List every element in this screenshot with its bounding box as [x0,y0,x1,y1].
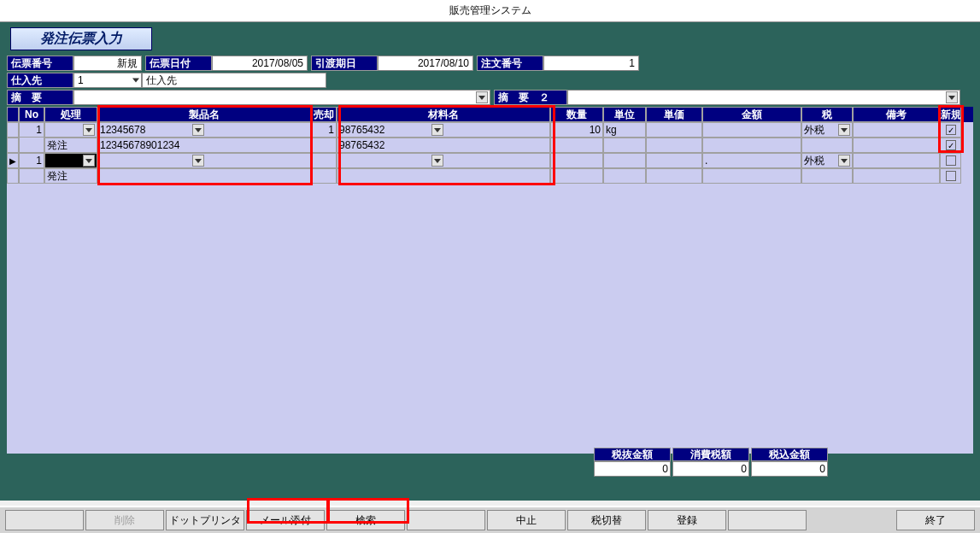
cell-no: 1 [19,122,44,138]
table-row[interactable]: 発注 12345678901234 98765432 [7,138,973,153]
table-row[interactable]: ▶ 1 0 . 外税 [7,153,973,168]
ex-tax-value: 0 [594,461,671,477]
exit-button[interactable]: 終了 [896,510,975,530]
cell-qty[interactable]: 10 [550,122,603,138]
inc-tax-value: 0 [751,461,828,477]
cell-new[interactable] [940,153,961,168]
memo2-label: 摘 要 ２ [494,90,567,105]
cell-product1[interactable]: 12345678 [97,122,311,138]
cell-tax[interactable]: 外税 [801,153,853,168]
cell-material2[interactable]: 98765432 [337,138,550,153]
supplier-name-field[interactable]: 仕入先 [142,73,326,88]
footer-btn-6[interactable] [407,510,485,530]
checkbox-icon[interactable] [946,155,956,166]
cell-proc-name: 発注 [44,168,97,184]
cell-proc-code[interactable]: 0 [44,122,97,138]
cell-price[interactable] [646,153,702,168]
grid-header: No 処理 製品名 売却 材料名 数量 単位 単価 金額 税 備考 新規 [7,107,973,122]
col-sell: 売却 [311,107,337,122]
chevron-down-icon[interactable] [83,155,95,167]
cell-note[interactable] [853,122,940,138]
cell-material1[interactable] [337,153,550,168]
screen-title: 発注伝票入力 [10,27,152,50]
cell-material1[interactable]: 98765432 [337,122,550,138]
col-material: 材料名 [337,107,550,122]
slip-date-field[interactable]: 2017/08/05 [212,56,308,71]
col-no: No [19,107,44,122]
cell-material2[interactable] [337,168,550,184]
chevron-down-icon[interactable] [946,91,958,103]
checkbox-icon[interactable] [946,140,956,150]
slip-no-label: 伝票番号 [7,56,73,71]
memo1-label: 摘 要 [7,90,73,105]
cell-product1[interactable] [97,153,311,168]
order-no-label: 注文番号 [477,56,543,71]
col-tax: 税 [801,107,853,122]
cell-unit[interactable]: kg [603,122,646,138]
cell-amount[interactable] [702,122,801,138]
cell-unit[interactable] [603,153,646,168]
delivery-date-label: 引渡期日 [311,56,378,71]
cell-price[interactable] [646,122,702,138]
window-title: 販売管理システム [0,0,980,22]
cell-sell[interactable] [311,153,337,168]
col-price: 単価 [646,107,702,122]
col-new: 新規 [940,107,961,122]
chevron-down-icon[interactable] [83,124,95,136]
col-unit: 単位 [603,107,646,122]
col-qty: 数量 [550,107,603,122]
dot-printer-button[interactable]: ドットプリンタ [166,510,244,530]
col-amount: 金額 [702,107,801,122]
cell-no: 1 [19,153,44,168]
chevron-down-icon[interactable] [192,124,204,136]
detail-grid: No 処理 製品名 売却 材料名 数量 単位 単価 金額 税 備考 新規 1 0… [7,107,973,454]
chevron-down-icon[interactable] [476,91,488,103]
cell-proc-name: 発注 [44,138,97,153]
slip-no-field[interactable]: 新規 [73,56,142,71]
chevron-down-icon[interactable] [431,124,443,136]
col-product: 製品名 [97,107,311,122]
search-button[interactable]: 検索 [326,510,405,530]
footer-btn-10[interactable] [728,510,807,530]
chevron-down-icon[interactable] [838,155,850,167]
cell-note[interactable] [853,153,940,168]
cell-qty[interactable] [550,153,603,168]
inc-tax-label: 税込金額 [751,448,828,461]
checkbox-icon[interactable] [946,125,956,135]
table-row[interactable]: 1 0 12345678 1 98765432 10 kg 外税 [7,122,973,138]
col-note: 備考 [853,107,940,122]
checkbox-icon[interactable] [946,171,956,181]
cell-sell[interactable]: 1 [311,122,337,138]
cell-tax[interactable]: 外税 [801,122,853,138]
memo1-field[interactable] [73,90,490,105]
main-panel: 発注伝票入力 伝票番号 新規 伝票日付 2017/08/05 引渡期日 2017… [0,22,980,501]
tax-toggle-button[interactable]: 税切替 [567,510,646,530]
tax-label: 消費税額 [672,448,749,461]
cell-product2[interactable]: 12345678901234 [97,138,311,153]
table-row[interactable]: 発注 [7,168,973,184]
memo2-field[interactable] [567,90,960,105]
footer-toolbar: 削除 ドットプリンタ メール添付 検索 中止 税切替 登録 終了 [0,506,980,533]
tax-value: 0 [672,461,749,477]
cell-proc-code[interactable]: 0 [44,153,97,168]
slip-date-label: 伝票日付 [145,56,212,71]
cell-product2[interactable] [97,168,311,184]
col-proc: 処理 [44,107,97,122]
delete-button[interactable]: 削除 [85,510,164,530]
chevron-down-icon[interactable] [838,124,850,136]
totals-panel: 税抜金額 0 消費税額 0 税込金額 0 [594,448,828,477]
delivery-date-field[interactable]: 2017/08/10 [378,56,473,71]
chevron-down-icon[interactable] [431,155,443,167]
current-row-icon: ▶ [9,156,16,166]
register-button[interactable]: 登録 [648,510,726,530]
cell-amount[interactable]: . [702,153,801,168]
cancel-button[interactable]: 中止 [487,510,566,530]
cell-new[interactable] [940,122,961,138]
supplier-code-field[interactable]: 1 [73,73,142,88]
ex-tax-label: 税抜金額 [594,448,671,461]
supplier-label: 仕入先 [7,73,73,88]
chevron-down-icon[interactable] [192,155,204,167]
order-no-field[interactable]: 1 [543,56,639,71]
footer-btn-1[interactable] [5,510,84,530]
mail-attach-button[interactable]: メール添付 [246,510,325,530]
